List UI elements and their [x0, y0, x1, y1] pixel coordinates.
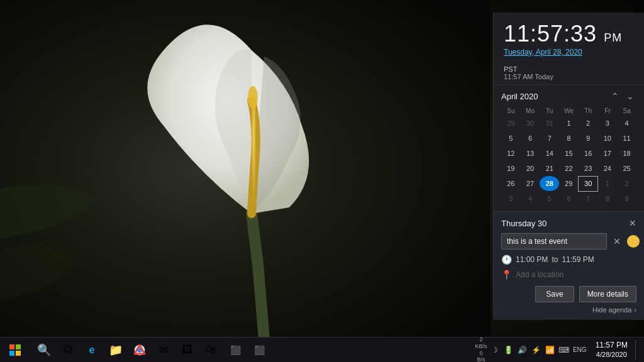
chrome-button[interactable]: [128, 339, 151, 361]
file-explorer-button[interactable]: 📁: [104, 339, 127, 361]
calendar-weekday-header: Mo: [521, 106, 540, 116]
calendar-day[interactable]: 26: [501, 176, 521, 191]
calendar-day[interactable]: 5: [501, 131, 521, 146]
calendar-day[interactable]: 6: [521, 131, 540, 146]
save-button[interactable]: Save: [535, 286, 574, 302]
calendar-day[interactable]: 21: [540, 161, 559, 176]
event-header: Thursday 30 ✕: [501, 218, 636, 228]
calendar-day[interactable]: 8: [598, 191, 618, 206]
svg-rect-2: [9, 344, 14, 349]
clock-date[interactable]: Tuesday, April 28, 2020: [504, 48, 634, 57]
calendar-day[interactable]: 9: [579, 131, 598, 146]
calendar-day[interactable]: 3: [501, 191, 521, 206]
night-mode-icon[interactable]: ☽: [489, 344, 501, 356]
event-panel: Thursday 30 ✕ ✕ ⌄ 🕐 11:00 PM to 11:59 PM…: [494, 211, 644, 320]
calendar-day[interactable]: 9: [617, 191, 636, 206]
calendar-day[interactable]: 4: [617, 116, 636, 131]
hide-agenda-label: Hide agenda: [592, 306, 631, 314]
calendar-day[interactable]: 5: [540, 191, 559, 206]
calendar-day[interactable]: 2: [579, 116, 598, 131]
more-details-button[interactable]: More details: [579, 286, 636, 302]
power-icon[interactable]: ⚡: [530, 344, 543, 356]
extra-app-2[interactable]: ⬛: [248, 339, 270, 361]
event-location-placeholder[interactable]: Add a location: [516, 270, 564, 279]
language-badge[interactable]: ENG: [572, 346, 588, 353]
calendar-day[interactable]: 8: [559, 131, 579, 146]
event-title-input[interactable]: [501, 233, 607, 250]
event-input-row: ✕ ⌄: [501, 233, 636, 250]
taskbar-clock[interactable]: 11:57 PM 4/28/2020: [591, 337, 633, 363]
search-taskbar-button[interactable]: 🔍: [33, 339, 55, 361]
calendar-day[interactable]: 14: [540, 146, 559, 161]
store-button[interactable]: 🛍: [200, 339, 223, 361]
calendar-day[interactable]: 23: [579, 161, 598, 176]
calendar-day[interactable]: 1: [598, 176, 618, 191]
calendar-section: April 2020 ⌃ ⌄ SuMoTuWeThFrSa 2930311234…: [494, 85, 644, 211]
calendar-month-year: April 2020: [501, 92, 538, 101]
volume-icon[interactable]: 🔊: [516, 344, 529, 356]
calendar-day[interactable]: 25: [617, 161, 636, 176]
event-time-start[interactable]: 11:00 PM: [516, 255, 548, 264]
calendar-day[interactable]: 10: [598, 131, 618, 146]
flower-image: [0, 0, 491, 339]
task-view-button[interactable]: ⧉: [57, 339, 79, 361]
calendar-day[interactable]: 11: [617, 131, 636, 146]
svg-rect-3: [16, 344, 21, 349]
calendar-day[interactable]: 6: [559, 191, 579, 206]
event-clear-button[interactable]: ✕: [611, 236, 623, 246]
calendar-day[interactable]: 4: [521, 191, 540, 206]
network-icon[interactable]: 📶: [544, 344, 557, 356]
calendar-day[interactable]: 16: [579, 146, 598, 161]
show-desktop-button[interactable]: [635, 341, 639, 359]
calendar-day[interactable]: 12: [501, 146, 521, 161]
windows-icon: [9, 344, 21, 356]
calendar-day[interactable]: 24: [598, 161, 618, 176]
calendar-day[interactable]: 19: [501, 161, 521, 176]
calendar-day[interactable]: 31: [540, 116, 559, 131]
calendar-day[interactable]: 7: [579, 191, 598, 206]
calendar-day[interactable]: 15: [559, 146, 579, 161]
extra-app-1[interactable]: ⬛: [224, 339, 247, 361]
calendar-panel: 11:57:33 PM Tuesday, April 28, 2020 PST …: [493, 13, 644, 320]
calendar-weekday-header: Fr: [598, 106, 618, 116]
battery-icon[interactable]: 🔋: [502, 344, 515, 356]
calendar-day[interactable]: 2: [617, 176, 636, 191]
calendar-day[interactable]: 30: [579, 176, 598, 191]
taskbar-icons: 🔍 ⧉ e 📁 ✉ 🖼 🛍 ⬛ ⬛: [30, 339, 475, 361]
event-time-end[interactable]: 11:59 PM: [562, 255, 594, 264]
event-time-to: to: [552, 255, 558, 264]
hide-agenda-row[interactable]: Hide agenda ›: [501, 306, 636, 314]
calendar-day[interactable]: 30: [521, 116, 540, 131]
clock-time: 11:57:33: [504, 21, 597, 47]
calendar-day[interactable]: 3: [598, 116, 618, 131]
calendar-day[interactable]: 7: [540, 131, 559, 146]
event-color-picker[interactable]: [627, 235, 640, 248]
calendar-weekday-header: Su: [501, 106, 521, 116]
calendar-day[interactable]: 22: [559, 161, 579, 176]
calendar-day[interactable]: 13: [521, 146, 540, 161]
calendar-day[interactable]: 29: [501, 116, 521, 131]
timezone-section: PST 11:57 AM Today: [494, 62, 644, 85]
calendar-next-button[interactable]: ⌄: [624, 90, 636, 102]
calendar-day[interactable]: 29: [559, 176, 579, 191]
calendar-prev-button[interactable]: ⌃: [609, 90, 621, 102]
calendar-day[interactable]: 18: [617, 146, 636, 161]
start-button[interactable]: [0, 337, 30, 363]
taskbar-right: 2 KB/s 0 B/s ☽ 🔋 🔊 ⚡ 📶 ⌨ ENG 11:57 PM 4/…: [475, 337, 644, 363]
mail-button[interactable]: ✉: [152, 339, 175, 361]
svg-rect-4: [9, 351, 14, 356]
calendar-day[interactable]: 20: [521, 161, 540, 176]
event-actions: Save More details: [501, 286, 636, 302]
event-close-button[interactable]: ✕: [629, 218, 636, 228]
clock-display: 11:57:33 PM: [504, 23, 634, 45]
edge-browser-button[interactable]: e: [80, 339, 103, 361]
calendar-day[interactable]: 28: [540, 176, 559, 191]
calendar-day[interactable]: 17: [598, 146, 618, 161]
calendar-weekday-header: Th: [579, 106, 598, 116]
photos-button[interactable]: 🖼: [176, 339, 199, 361]
taskbar: 🔍 ⧉ e 📁 ✉ 🖼 🛍 ⬛ ⬛ 2 KB/s 0 B/s ☽: [0, 337, 644, 362]
clock-icon: 🕐: [501, 255, 512, 265]
keyboard-icon[interactable]: ⌨: [558, 344, 570, 356]
calendar-day[interactable]: 1: [559, 116, 579, 131]
calendar-day[interactable]: 27: [521, 176, 540, 191]
